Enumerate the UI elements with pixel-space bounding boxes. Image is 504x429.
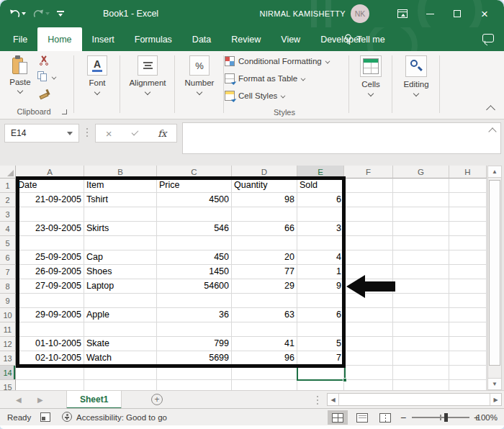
cell-H15[interactable] (449, 380, 487, 390)
cell-G14[interactable] (393, 366, 449, 380)
cell-H1[interactable] (449, 179, 487, 193)
undo-dropdown-caret[interactable] (22, 12, 26, 15)
cell-H14[interactable] (449, 366, 487, 380)
close-button[interactable]: × (471, 0, 498, 27)
cell-G13[interactable] (393, 351, 449, 366)
row-header-10[interactable]: 10 (0, 308, 16, 322)
tab-data[interactable]: Data (182, 27, 221, 51)
insert-function-icon[interactable]: fx (158, 128, 166, 139)
row-header-11[interactable]: 11 (0, 322, 16, 337)
cell-H13[interactable] (449, 351, 487, 366)
cell-F3[interactable] (344, 207, 393, 222)
row-header-6[interactable]: 6 (0, 250, 16, 265)
cell-G3[interactable] (393, 207, 449, 222)
row-header-14[interactable]: 14 (0, 366, 16, 380)
cell-H5[interactable] (449, 236, 487, 250)
scroll-down-button[interactable]: ▼ (488, 378, 501, 389)
copy-icon[interactable] (37, 71, 48, 81)
cell-F11[interactable] (344, 322, 393, 337)
page-layout-view-button[interactable] (352, 410, 372, 425)
paste-button[interactable]: Paste (6, 55, 35, 106)
accessibility-status[interactable]: Accessibility: Good to go (76, 409, 167, 426)
sheet-tab-sheet1[interactable]: Sheet1 (66, 391, 122, 409)
tab-home[interactable]: Home (37, 27, 81, 51)
cell-F5[interactable] (344, 236, 393, 250)
font-group-button[interactable]: A Font (78, 55, 117, 94)
conditional-formatting-button[interactable]: Conditional Formatting (225, 56, 330, 66)
cell-E15[interactable] (297, 380, 344, 390)
normal-view-button[interactable] (328, 410, 348, 425)
number-group-button[interactable]: % Number (179, 55, 220, 94)
cell-G10[interactable] (393, 308, 449, 322)
cell-D15[interactable] (232, 380, 297, 390)
fill-handle[interactable] (343, 378, 347, 382)
customize-quick-access-button[interactable] (55, 9, 66, 18)
cell-C15[interactable] (157, 380, 232, 390)
cell-G5[interactable] (393, 236, 449, 250)
cell-H8[interactable] (449, 279, 487, 294)
row-header-5[interactable]: 5 (0, 236, 16, 250)
scroll-up-button[interactable]: ▲ (488, 166, 501, 178)
cell-F1[interactable] (344, 179, 393, 193)
avatar[interactable]: NK (351, 4, 369, 23)
alignment-group-button[interactable]: Alignment (124, 55, 171, 94)
confirm-entry-icon[interactable] (131, 129, 138, 136)
cell-F12[interactable] (344, 337, 393, 351)
cell-B15[interactable] (84, 380, 157, 390)
tab-file[interactable]: File (3, 27, 37, 51)
row-header-12[interactable]: 12 (0, 337, 16, 351)
editing-group-button[interactable]: Editing (397, 55, 435, 96)
row-header-8[interactable]: 8 (0, 279, 16, 294)
cell-G12[interactable] (393, 337, 449, 351)
cell-H2[interactable] (449, 193, 487, 207)
zoom-out-button[interactable]: − (400, 409, 406, 426)
cell-H6[interactable] (449, 250, 487, 265)
cell-G8[interactable] (393, 279, 449, 294)
cell-G15[interactable] (393, 380, 449, 390)
cell-D14[interactable] (232, 366, 297, 380)
name-box-dropdown-caret[interactable] (67, 132, 73, 135)
cell-H11[interactable] (449, 322, 487, 337)
row-header-13[interactable]: 13 (0, 351, 16, 366)
cell-A15[interactable] (16, 380, 84, 390)
ribbon-display-options-button[interactable] (389, 0, 416, 27)
zoom-level[interactable]: 100% (477, 409, 498, 426)
cell-F15[interactable] (344, 380, 393, 390)
cell-G1[interactable] (393, 179, 449, 193)
cell-G11[interactable] (393, 322, 449, 337)
cell-F4[interactable] (344, 222, 393, 236)
next-sheet-arrow-icon[interactable]: ▶ (37, 391, 43, 409)
clipboard-dialog-launcher-icon[interactable] (62, 109, 67, 114)
column-header-F[interactable]: F (344, 166, 393, 179)
formula-input[interactable] (182, 122, 501, 154)
row-header-1[interactable]: 1 (0, 179, 16, 193)
tab-formulas[interactable]: Formulas (125, 27, 182, 51)
name-box[interactable]: E14 (4, 124, 79, 143)
cell-F14[interactable] (344, 366, 393, 380)
column-header-H[interactable]: H (449, 166, 487, 179)
tab-bar-splitter-dots[interactable] (317, 396, 318, 397)
format-painter-icon[interactable] (39, 89, 50, 99)
cell-G9[interactable] (393, 294, 449, 308)
cell-F10[interactable] (344, 308, 393, 322)
cut-icon[interactable] (39, 55, 49, 66)
cell-G6[interactable] (393, 250, 449, 265)
column-header-G[interactable]: G (393, 166, 449, 179)
cell-G2[interactable] (393, 193, 449, 207)
cell-B14[interactable] (84, 366, 157, 380)
redo-button[interactable] (31, 8, 52, 20)
row-header-3[interactable]: 3 (0, 207, 16, 222)
page-break-preview-button[interactable] (375, 410, 395, 425)
tab-review[interactable]: Review (221, 27, 271, 51)
cell-F13[interactable] (344, 351, 393, 366)
cell-H4[interactable] (449, 222, 487, 236)
cell-H9[interactable] (449, 294, 487, 308)
cell-H10[interactable] (449, 308, 487, 322)
horizontal-scrollbar[interactable]: ◀ ▶ (327, 393, 502, 406)
scroll-left-button[interactable]: ◀ (328, 394, 339, 405)
tell-me-button[interactable]: Tell me (344, 27, 385, 51)
redo-dropdown-caret[interactable] (45, 12, 50, 15)
cell-styles-button[interactable]: Cell Styles (225, 91, 285, 101)
maximize-button[interactable] (444, 0, 471, 27)
minimize-button[interactable] (416, 0, 444, 27)
